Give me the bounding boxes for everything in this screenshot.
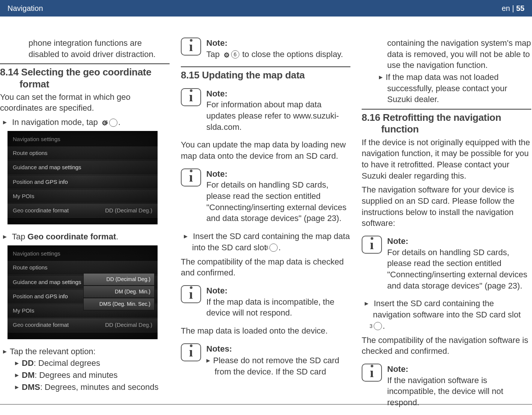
notes-do-not-remove: ı Notes: Please do not remove the SD car… — [181, 343, 350, 378]
note-text: Tap 6 to close the options display. — [206, 49, 343, 60]
menu-route-options[interactable]: Route options — [8, 146, 158, 160]
info-icon: ı — [181, 343, 201, 361]
para-update-map: You can update the map data by loading n… — [181, 139, 350, 161]
note-incompatible-nav: ı Note: If the navigation software is in… — [362, 364, 531, 408]
step-insert-sd-nav: Insert the SD card containing the naviga… — [362, 298, 531, 331]
info-icon: ı — [181, 168, 201, 186]
menu-position-gps[interactable]: Position and GPS info — [8, 175, 158, 189]
menu-guidance-map[interactable]: Guidance and map settings — [8, 160, 158, 174]
intro-text: You can set the format in which geo coor… — [0, 92, 170, 114]
note-sd-handling: ı Note: For details on handling SD cards… — [181, 168, 350, 224]
continued-text: phone integration functions are disabled… — [0, 38, 170, 60]
step-tap-option: Tap the relevant option: — [0, 346, 170, 357]
note-text: If the navigation software is incompatib… — [387, 375, 531, 408]
info-icon: ı — [181, 38, 201, 56]
info-icon: ı — [362, 364, 382, 382]
para-retrofit-intro: If the device is not originally equipped… — [362, 137, 531, 182]
ref-6-icon: 6 — [231, 50, 239, 59]
continued-note-1: containing the navigation system's map d… — [362, 38, 531, 71]
menu-route-options[interactable]: Route options — [8, 260, 158, 275]
gear-icon — [222, 50, 230, 59]
section-8-14-title: 8.14 Selecting the geo coordinate format — [0, 66, 170, 90]
option-dm[interactable]: DM (Deg. Min.) — [83, 286, 155, 298]
step-nav-mode: In navigation mode, tap 6. — [0, 117, 170, 128]
note-map-updates-url: ı Note: For information about map data u… — [181, 88, 350, 133]
shot-title: Navigation settings — [8, 135, 158, 146]
header-title: Navigation — [8, 4, 43, 13]
info-icon: ı — [362, 236, 382, 254]
note-text: For information about map data updates p… — [206, 99, 350, 132]
column-2: ı Note: Tap 6 to close the options displ… — [181, 38, 350, 415]
option-dd[interactable]: DD (Decimal Deg.) — [83, 273, 155, 286]
note-title: Note: — [387, 364, 531, 375]
note-text: For details on handling SD cards, please… — [387, 247, 531, 292]
note-title: Note: — [387, 236, 531, 247]
page-header: Navigation en | 55 — [0, 0, 532, 17]
note-title: Note: — [206, 38, 343, 49]
ref-3-icon: 3 — [269, 244, 278, 252]
screenshot-nav-settings-2: Navigation settings Route options Guidan… — [8, 245, 158, 339]
column-1: phone integration functions are disabled… — [0, 38, 170, 415]
info-icon: ı — [181, 285, 201, 303]
screenshot-nav-settings-1: Navigation settings Route options Guidan… — [8, 131, 158, 225]
section-8-15-title: 8.15 Updating the map data — [181, 69, 350, 81]
geo-format-popup: DD (Decimal Deg.) DM (Deg. Min.) DMS (De… — [83, 273, 155, 310]
option-dd-desc: DD: Decimal degrees — [0, 358, 170, 369]
para-nav-sd: The navigation software for your device … — [362, 184, 531, 229]
step-insert-sd-map: Insert the SD card containing the map da… — [181, 231, 350, 253]
page-indicator: en | 55 — [502, 4, 524, 13]
note-title: Note: — [206, 168, 350, 180]
shot-title: Navigation settings — [8, 249, 158, 260]
section-rule — [362, 109, 531, 110]
note-incompatible-map: ı Note: If the map data is incompatible,… — [181, 285, 350, 319]
note-title: Notes: — [206, 343, 350, 355]
option-dms-desc: DMS: Degrees, minutes and seconds — [0, 382, 170, 393]
column-3: containing the navigation system's map d… — [362, 38, 531, 415]
continued-note-2: If the map data was not loaded successfu… — [362, 72, 531, 105]
page-content: phone integration functions are disabled… — [0, 17, 532, 415]
note-sd-handling-2: ı Note: For details on handling SD cards… — [362, 236, 531, 291]
para-map-loaded: The map data is loaded onto the device. — [181, 325, 350, 337]
note-title: Note: — [206, 88, 350, 99]
option-dms[interactable]: DMS (Deg. Min. Sec.) — [83, 298, 155, 310]
ref-6-icon: 6 — [109, 119, 117, 127]
para-compat-check: The compatibility of the map data is che… — [181, 256, 350, 278]
step-tap-geo: Tap Geo coordinate format. — [0, 231, 170, 242]
para-nav-compat: The compatibility of the navigation soft… — [362, 335, 531, 357]
note-text: For details on handling SD cards, please… — [206, 179, 350, 224]
option-dm-desc: DM: Degrees and minutes — [0, 370, 170, 381]
menu-geo-coord-format[interactable]: Geo coordinate format DD (Decimal Deg.) — [8, 318, 158, 332]
note-title: Note: — [206, 285, 350, 296]
section-8-16-title: 8.16 Retrofitting the navigation functio… — [362, 112, 531, 135]
note-bullet: Please do not remove the SD card from th… — [206, 355, 350, 377]
ref-3-icon: 3 — [374, 322, 382, 330]
note-close-options: ı Note: Tap 6 to close the options displ… — [181, 38, 350, 60]
info-icon: ı — [181, 88, 201, 106]
menu-my-pois[interactable]: My POIs — [8, 189, 158, 203]
menu-geo-coord-format[interactable]: Geo coordinate format DD (Decimal Deg.) — [8, 203, 158, 218]
section-rule — [0, 63, 170, 64]
note-text: If the map data is incompatible, the dev… — [206, 296, 350, 319]
footer-rule — [0, 404, 532, 404]
section-rule — [181, 66, 350, 67]
